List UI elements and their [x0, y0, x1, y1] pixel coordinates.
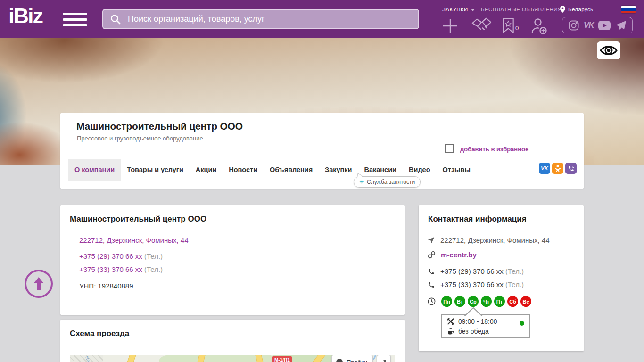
instagram-icon[interactable]: [568, 20, 579, 31]
search-icon: [110, 14, 121, 25]
youtube-icon[interactable]: [598, 20, 611, 31]
tab-products[interactable]: Товары и услуги: [121, 159, 190, 181]
search-input[interactable]: [127, 14, 412, 25]
open-status-dot: [520, 321, 524, 326]
site-logo[interactable]: iBiz: [8, 4, 42, 28]
day-badge-tue[interactable]: Вт: [454, 296, 465, 307]
vk-icon[interactable]: VK: [584, 21, 594, 30]
eye-icon: [600, 44, 618, 57]
clock-icon: [428, 297, 436, 305]
menu-icon[interactable]: [63, 13, 87, 27]
top-header: iBiz ЗАКУПКИ БЕСПЛАТНЫЕ ОБЪЯВЛЕНИЯ Белар…: [0, 0, 644, 38]
company-subtitle: Прессовое и грузоподъемное оборудование.: [77, 135, 205, 142]
tools-icon: [447, 318, 454, 325]
employment-service-tooltip: ✳ Служба занятости: [354, 176, 421, 188]
day-badge-mon[interactable]: Пн: [441, 296, 452, 307]
contact-address: 222712, Дзержинск, Фоминых, 44: [440, 236, 550, 244]
tab-purchases[interactable]: Закупки: [319, 159, 358, 181]
arrow-up-icon: [33, 277, 45, 291]
favorites-count: 0: [515, 25, 519, 32]
scroll-to-top-button[interactable]: [25, 270, 53, 298]
schedule-pointer: [463, 307, 485, 316]
viber-icon[interactable]: [565, 163, 577, 174]
navigation-arrow-icon: [428, 237, 435, 244]
phone-icon: [428, 281, 435, 288]
favorite-label[interactable]: добавить в избранное: [460, 146, 528, 153]
expand-icon: [380, 359, 387, 362]
ok-icon[interactable]: [552, 163, 563, 174]
phone-icon: [428, 268, 435, 275]
traffic-icon: [336, 359, 343, 362]
phone-link[interactable]: +375 (33) 370 66 xx: [79, 265, 142, 273]
about-address-link[interactable]: 222712, Дзержинск, Фоминых, 44: [79, 236, 189, 244]
accessibility-version-button[interactable]: [597, 41, 620, 59]
telegram-icon[interactable]: [615, 20, 627, 31]
day-badge-sat[interactable]: Сб: [507, 296, 518, 307]
vk-icon[interactable]: VK: [539, 163, 550, 174]
tab-about[interactable]: О компании: [68, 159, 121, 181]
employment-service-icon: ✳: [359, 179, 364, 185]
about-phone-1: +375 (29) 370 66 xx (Тел.): [79, 252, 163, 260]
flag-ru-icon[interactable]: [621, 6, 636, 13]
contact-phone-1: +375 (29) 370 66 xx (Тел.): [440, 267, 524, 275]
working-days: Пн Вт Ср Чт Пт Сб Вс: [441, 296, 531, 307]
website-link[interactable]: m-centr.by: [441, 251, 477, 259]
company-header-card: Машиностроительный центр ООО Прессовое и…: [60, 113, 584, 189]
day-badge-fri[interactable]: Пт: [494, 296, 505, 307]
chevron-down-icon: [471, 9, 475, 11]
company-social-links: VK: [539, 163, 577, 174]
nav-country[interactable]: Беларусь: [560, 6, 594, 13]
contact-title: Контактная информация: [428, 214, 527, 224]
map-expand-button[interactable]: [377, 355, 391, 362]
company-title: Машиностроительный центр ООО: [76, 121, 243, 132]
map-canvas[interactable]: р. Не М-1/П1 Пробки: [70, 355, 395, 362]
search-bar: [102, 9, 419, 29]
nav-free-ads[interactable]: БЕСПЛАТНЫЕ ОБЪЯВЛЕНИЯ: [481, 7, 562, 12]
about-title: Машиностроительный центр ООО: [70, 214, 206, 224]
coffee-cup-icon: [447, 328, 454, 335]
tab-ads[interactable]: Объявления: [264, 159, 319, 181]
map-card: Схема проезда р. Не М-1/П1 Пробки: [60, 320, 405, 362]
day-badge-wed[interactable]: Ср: [468, 296, 479, 307]
contact-info-card: Контактная информация 222712, Дзержинск,…: [419, 205, 584, 351]
about-phone-2: +375 (33) 370 66 xx (Тел.): [79, 265, 163, 273]
plus-icon[interactable]: [441, 17, 459, 35]
contact-phone-2: +375 (33) 370 66 xx (Тел.): [440, 280, 524, 288]
tab-news[interactable]: Новости: [223, 159, 264, 181]
tab-promos[interactable]: Акции: [190, 159, 223, 181]
favorite-checkbox[interactable]: [445, 144, 454, 153]
handshake-icon[interactable]: [471, 17, 492, 35]
lunch-note: без обеда: [458, 328, 489, 335]
day-badge-thu[interactable]: Чт: [481, 296, 492, 307]
tab-reviews[interactable]: Отзывы: [437, 159, 477, 181]
map-road: [119, 355, 138, 362]
nav-zakupki[interactable]: ЗАКУПКИ: [442, 7, 475, 12]
link-icon: [428, 251, 436, 259]
header-social-links: VK: [562, 17, 633, 33]
road-number-badge: М-1/П1: [272, 356, 292, 362]
phone-link[interactable]: +375 (29) 370 66 xx: [79, 252, 142, 260]
map-title: Схема проезда: [70, 329, 129, 338]
day-badge-sun[interactable]: Вс: [520, 296, 531, 307]
location-pin-icon: [560, 6, 565, 13]
bookmark-star-icon[interactable]: [502, 18, 515, 33]
person-add-icon[interactable]: [530, 17, 548, 35]
working-hours: 09:00 - 18:00: [458, 318, 497, 325]
traffic-toggle-button[interactable]: Пробки: [331, 355, 373, 362]
company-unp: УНП: 192840889: [79, 282, 133, 290]
schedule-tooltip: 09:00 - 18:00 без обеда: [441, 314, 530, 338]
about-company-card: Машиностроительный центр ООО 222712, Дзе…: [60, 205, 405, 315]
